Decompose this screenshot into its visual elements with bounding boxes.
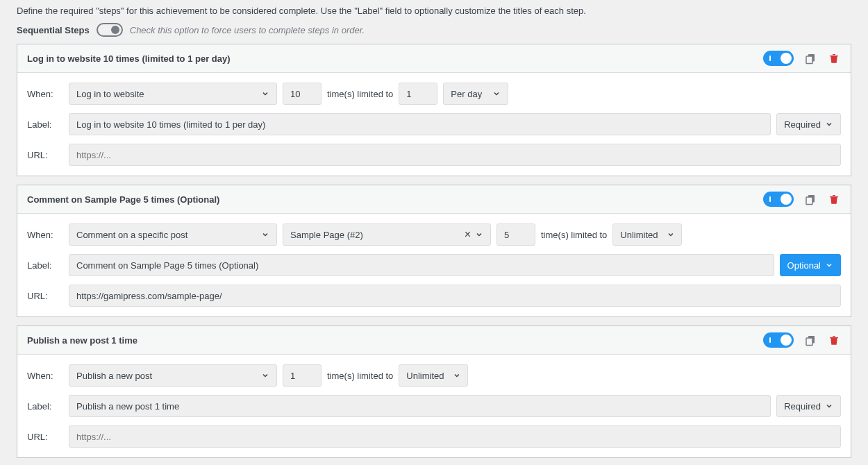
label-label: Label: xyxy=(27,401,63,412)
delete-icon[interactable] xyxy=(827,51,841,65)
when-label: When: xyxy=(27,371,63,381)
label-row: Label: Optional xyxy=(27,254,841,276)
chevron-down-icon xyxy=(492,90,501,98)
when-label: When: xyxy=(27,230,63,240)
step-enable-toggle[interactable] xyxy=(763,51,794,66)
url-row: URL: xyxy=(27,144,841,166)
chevron-down-icon xyxy=(825,261,833,269)
step-body: When: Publish a new post time(s) limited… xyxy=(17,355,851,457)
limit-period-select[interactable]: Unlimited xyxy=(612,223,682,246)
label-row: Label: Required xyxy=(27,113,841,135)
chevron-down-icon xyxy=(825,120,833,128)
sequential-help: Check this option to force users to comp… xyxy=(130,25,365,35)
label-label: Label: xyxy=(27,119,63,130)
limit-count-input[interactable] xyxy=(399,83,437,105)
sequential-toggle[interactable] xyxy=(97,23,123,37)
label-input[interactable] xyxy=(69,113,771,135)
when-trigger-value: Log in to website xyxy=(76,89,144,99)
requirement-value: Required xyxy=(784,119,821,130)
when-trigger-value: Comment on a specific post xyxy=(76,230,187,240)
limit-period-select[interactable]: Per day xyxy=(443,83,508,105)
when-label: When: xyxy=(27,89,63,99)
toggle-knob xyxy=(111,26,119,34)
requirement-select[interactable]: Required xyxy=(776,395,841,417)
when-trigger-select[interactable]: Log in to website xyxy=(69,83,277,105)
duplicate-icon[interactable] xyxy=(803,333,817,347)
svg-rect-5 xyxy=(806,338,812,346)
svg-rect-1 xyxy=(806,56,812,64)
step-title: Log in to website 10 times (limited to 1… xyxy=(27,53,231,64)
delete-icon[interactable] xyxy=(827,333,841,347)
chevron-down-icon xyxy=(475,230,483,239)
duplicate-icon[interactable] xyxy=(803,192,817,206)
url-label: URL: xyxy=(27,150,63,160)
times-input[interactable] xyxy=(496,223,535,246)
url-label: URL: xyxy=(27,432,63,442)
url-input[interactable] xyxy=(69,285,841,307)
post-target-value: Sample Page (#2) xyxy=(290,230,363,240)
times-input[interactable] xyxy=(283,364,322,387)
when-trigger-select[interactable]: Publish a new post xyxy=(69,364,277,387)
requirement-select[interactable]: Required xyxy=(776,113,841,135)
clear-icon[interactable]: × xyxy=(465,228,471,241)
step-card: Publish a new post 1 time When: Publish … xyxy=(17,326,851,458)
intro-text: Define the required "steps" for this ach… xyxy=(17,6,851,16)
requirement-select[interactable]: Optional xyxy=(780,254,841,276)
when-row: When: Log in to website time(s) limited … xyxy=(27,83,841,105)
delete-icon[interactable] xyxy=(827,192,841,206)
url-input[interactable] xyxy=(69,144,841,166)
step-enable-toggle[interactable] xyxy=(763,192,794,207)
step-header: Comment on Sample Page 5 times (Optional… xyxy=(17,185,851,214)
post-target-combo[interactable]: Sample Page (#2) × xyxy=(283,223,491,246)
when-trigger-select[interactable]: Comment on a specific post xyxy=(69,223,277,246)
step-card: Comment on Sample Page 5 times (Optional… xyxy=(17,185,851,317)
url-row: URL: xyxy=(27,285,841,307)
limit-period-value: Unlimited xyxy=(620,230,658,240)
times-input[interactable] xyxy=(283,83,322,105)
times-limited-text: time(s) limited to xyxy=(327,89,393,99)
requirement-value: Required xyxy=(784,401,821,412)
url-input[interactable] xyxy=(69,425,841,448)
step-body: When: Comment on a specific post Sample … xyxy=(17,214,851,316)
chevron-down-icon xyxy=(261,371,269,380)
step-header: Publish a new post 1 time xyxy=(17,326,851,355)
when-trigger-value: Publish a new post xyxy=(76,371,152,381)
requirement-value: Optional xyxy=(787,260,821,271)
step-actions xyxy=(763,51,841,66)
step-header: Log in to website 10 times (limited to 1… xyxy=(17,44,851,73)
label-label: Label: xyxy=(27,260,63,271)
step-body: When: Log in to website time(s) limited … xyxy=(17,73,851,176)
step-actions xyxy=(763,192,841,207)
chevron-down-icon xyxy=(453,371,461,380)
chevron-down-icon xyxy=(667,230,675,239)
limit-period-select[interactable]: Unlimited xyxy=(399,364,468,387)
duplicate-icon[interactable] xyxy=(803,51,817,65)
label-row: Label: Required xyxy=(27,395,841,417)
chevron-down-icon xyxy=(261,230,269,239)
times-limited-text: time(s) limited to xyxy=(541,230,607,240)
step-actions xyxy=(763,332,841,348)
limit-period-value: Per day xyxy=(451,89,482,99)
svg-rect-3 xyxy=(806,197,812,205)
times-limited-text: time(s) limited to xyxy=(327,371,393,381)
label-input[interactable] xyxy=(69,254,774,276)
step-card: Log in to website 10 times (limited to 1… xyxy=(17,44,851,176)
limit-period-value: Unlimited xyxy=(406,371,444,381)
step-title: Publish a new post 1 time xyxy=(27,335,137,346)
step-title: Comment on Sample Page 5 times (Optional… xyxy=(27,194,219,205)
chevron-down-icon xyxy=(825,402,833,410)
when-row: When: Comment on a specific post Sample … xyxy=(27,223,841,246)
sequential-label: Sequential Steps xyxy=(17,25,90,35)
step-enable-toggle[interactable] xyxy=(763,332,794,348)
sequential-steps-row: Sequential Steps Check this option to fo… xyxy=(17,23,851,37)
chevron-down-icon xyxy=(261,90,269,98)
when-row: When: Publish a new post time(s) limited… xyxy=(27,364,841,387)
url-label: URL: xyxy=(27,291,63,301)
url-row: URL: xyxy=(27,425,841,448)
label-input[interactable] xyxy=(69,395,771,417)
